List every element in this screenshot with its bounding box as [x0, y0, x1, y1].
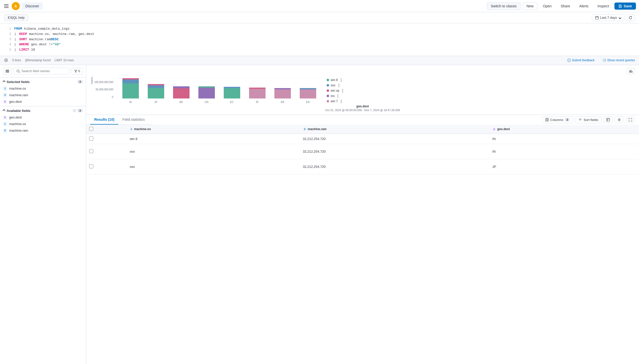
columns-count-badge: 3 [565, 118, 570, 122]
legend-ios-more-button[interactable] [336, 94, 340, 98]
filter-row-button[interactable] [114, 164, 120, 169]
expand-row-button[interactable] [99, 149, 105, 154]
svg-rect-13 [629, 70, 630, 73]
svg-rect-51 [109, 151, 110, 152]
refresh-button[interactable] [626, 14, 635, 21]
field-type-number-icon: # [3, 93, 7, 97]
svg-rect-31 [198, 86, 215, 88]
legend-winxp-more-button[interactable] [341, 89, 345, 93]
column-geo-dest: k geo.dest [489, 125, 639, 134]
row-checkbox[interactable] [89, 164, 93, 168]
submit-feedback-button[interactable]: Submit feedback [567, 58, 594, 62]
switch-to-classic-button[interactable]: Switch to classic [487, 2, 521, 10]
field-type-number-icon: # [3, 129, 7, 133]
discover-button[interactable]: Discover [22, 3, 43, 10]
sidebar-fields-body: Selected fields 3 t machine.os # machine… [0, 77, 86, 364]
save-button[interactable]: Save [614, 3, 636, 10]
copy-row-button[interactable] [106, 136, 112, 141]
legend-win7: win 7 [327, 99, 349, 104]
svg-rect-28 [173, 86, 190, 88]
selected-field-machine-ram[interactable]: # machine.ram [0, 92, 86, 98]
code-editor[interactable]: 1 FROM kibana_sample_data_logs 2 | KEEP … [0, 23, 639, 56]
line-number: 3 [4, 37, 11, 42]
main-content: 0 Selected fields 3 t machine.os # machi… [0, 65, 639, 364]
selected-field-geo-dest[interactable]: k geo.dest [0, 98, 86, 105]
code-line-4: 4 | WHERE geo.dest != "GB" [0, 42, 639, 47]
svg-text:JP: JP [154, 101, 157, 104]
copy-row-button[interactable] [106, 164, 112, 169]
available-field-machine-os[interactable]: t machine.os [0, 121, 86, 127]
filter-fields-button[interactable]: 0 [71, 68, 83, 74]
results-tabs: Results (10) Field statistics [86, 115, 153, 125]
open-button[interactable]: Open [539, 3, 555, 10]
svg-rect-8 [6, 70, 9, 70]
row-checkbox[interactable] [89, 149, 93, 153]
row-actions-cell [96, 144, 127, 159]
chart-x-axis-label: geo.dest [90, 105, 635, 108]
fields-toggle-button[interactable] [3, 68, 12, 75]
columns-button[interactable]: Columns 3 [542, 116, 573, 123]
search-field-input[interactable] [22, 69, 67, 73]
legend-ios: ios [327, 94, 349, 98]
svg-point-48 [619, 119, 620, 120]
legend-win7-more-button[interactable] [339, 99, 343, 104]
cell-machine-ram: 32,212,254,720 [300, 134, 489, 144]
alerts-button[interactable]: Alerts [576, 3, 592, 10]
esql-help-button[interactable]: ES|QL help [4, 14, 28, 21]
search-field-names-input[interactable] [14, 68, 69, 74]
selected-field-machine-os[interactable]: t machine.os [0, 85, 86, 92]
field-type-keyword-icon: k [3, 100, 7, 104]
available-fields-header[interactable]: Available fields ⓘ 3 [0, 106, 86, 114]
available-fields-help-icon[interactable]: ⓘ [73, 109, 76, 113]
results-table: t machine.os # machine.ram [86, 125, 639, 174]
tab-results[interactable]: Results (10) [90, 115, 118, 125]
sort-fields-button[interactable]: Sort fields [575, 116, 602, 123]
inspect-button[interactable]: Inspect [594, 3, 612, 10]
legend-win8-more-button[interactable] [339, 78, 343, 82]
svg-rect-46 [547, 118, 549, 121]
line-number: 2 [4, 32, 11, 37]
column-type-badge: t [130, 128, 133, 131]
show-recent-queries-button[interactable]: Show recent queries [603, 58, 635, 62]
cell-geo-dest: IN [489, 134, 639, 144]
code-line-1: 1 FROM kibana_sample_data_logs [0, 26, 639, 32]
line-number: 5 [4, 48, 11, 52]
table-view-button[interactable] [604, 116, 613, 123]
expand-row-button[interactable] [99, 164, 105, 169]
svg-text:IN: IN [129, 101, 132, 104]
date-picker[interactable]: Last 7 days [592, 14, 625, 21]
column-machine-ram: # machine.ram [300, 125, 489, 134]
menu-button[interactable] [3, 3, 10, 9]
filter-row-button[interactable] [114, 149, 120, 154]
svg-rect-24 [148, 85, 164, 88]
right-panel: mach... 100,000,000,000 50,000,000,000 0 [86, 65, 639, 364]
cell-machine-os: osx [127, 159, 300, 174]
row-checkbox[interactable] [89, 136, 93, 140]
filter-row-button[interactable] [114, 136, 120, 141]
svg-rect-3 [619, 6, 621, 7]
select-all-checkbox[interactable] [89, 127, 93, 131]
chart-date-range: Oct 31, 2024 @ 00:00:00.000 - Nov 7, 202… [90, 109, 635, 112]
svg-rect-4 [619, 5, 621, 6]
share-button[interactable]: Share [557, 3, 574, 10]
chart-type-button[interactable] [627, 68, 635, 74]
tab-field-statistics[interactable]: Field statistics [118, 115, 149, 125]
lines-info: 5 lines [12, 58, 21, 62]
available-fields-section: Available fields ⓘ 3 k geo.dest t machin… [0, 106, 86, 134]
line-number: 1 [4, 27, 11, 31]
settings-view-button[interactable] [615, 116, 624, 123]
code-line-3: 3 | SORT machine.ram DESC [0, 37, 639, 42]
selected-fields-header[interactable]: Selected fields 3 [0, 77, 86, 85]
legend-osx-more-button[interactable] [337, 83, 341, 88]
avatar: A [12, 2, 20, 10]
copy-row-button[interactable] [106, 149, 112, 154]
code-line-5: 5 | LIMIT 10 [0, 47, 639, 53]
available-field-geo-dest[interactable]: k geo.dest [0, 114, 86, 121]
results-toolbar: Columns 3 Sort fields [538, 116, 639, 123]
new-button[interactable]: New [523, 2, 537, 10]
expand-row-button[interactable] [99, 136, 105, 141]
fullscreen-button[interactable] [626, 116, 635, 123]
results-table-wrap: t machine.os # machine.ram [86, 125, 639, 364]
available-field-machine-ram[interactable]: # machine.ram [0, 127, 86, 134]
row-checkbox-cell [86, 159, 96, 174]
